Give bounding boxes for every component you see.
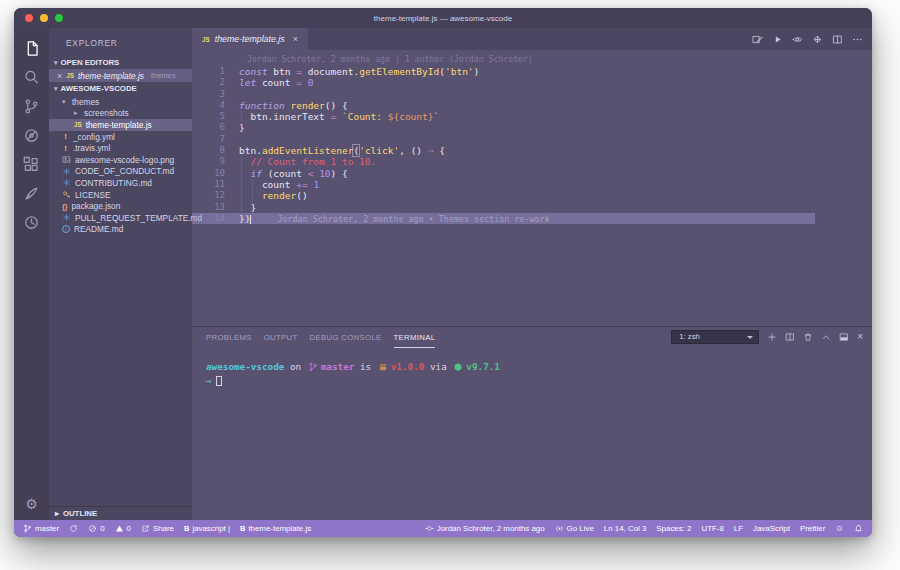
activity-bar-gitlens-icon[interactable] — [23, 185, 40, 202]
indent-guide — [241, 202, 242, 213]
tree-item-label: CONTRIBUTING.md — [75, 178, 152, 188]
line-number: 6 — [192, 122, 239, 133]
status-item-label: Jordan Schroter, 2 months ago — [437, 524, 545, 533]
code-editor[interactable]: Jordan Schroter, 2 months ago | 1 author… — [192, 50, 872, 326]
open-editors-section-header[interactable]: ▾ OPEN EDITORS — [49, 56, 192, 69]
split-editor-icon[interactable] — [832, 34, 843, 45]
extension-b-icon: B — [240, 524, 245, 533]
activity-bar-extensions-icon[interactable] — [23, 156, 40, 173]
status-item-javascript[interactable]: Bjavascript | — [184, 524, 230, 533]
tree-item-awesome-vscode-logo-png[interactable]: awesome-vscode-logo.png — [49, 154, 192, 166]
close-panel-icon[interactable]: × — [857, 332, 863, 342]
line-number: 10 — [192, 168, 239, 179]
activity-bar-search-icon[interactable] — [23, 69, 40, 86]
status-item-jordan-schroter-2-months-ago[interactable]: Jordan Schroter, 2 months ago — [425, 524, 545, 533]
activity-bar-source-control-icon[interactable] — [23, 98, 40, 115]
tree-item-pull-request-template-md[interactable]: PULL_REQUEST_TEMPLATE.md — [49, 212, 192, 224]
tree-item-package-json[interactable]: {}package.json — [49, 200, 192, 212]
split-terminal-icon[interactable] — [785, 332, 795, 342]
code-line-6[interactable]: 6} — [192, 122, 872, 133]
line-content: if (count < 10) { — [239, 168, 348, 179]
status-item-0[interactable]: 0 — [115, 524, 131, 533]
status-item-theme-template-js[interactable]: Btheme-template.js — [240, 524, 311, 533]
tree-item--config-yml[interactable]: !_config.yml — [49, 131, 192, 143]
indent-guide — [241, 190, 242, 201]
line-number: 12 — [192, 190, 239, 201]
status-item-go-live[interactable]: Go Live — [555, 524, 594, 533]
outline-section-header[interactable]: ▸ OUTLINE — [49, 506, 192, 520]
line-content: // Count from 1 to 10. — [239, 156, 376, 167]
terminal[interactable]: awesome-vscode on master is v1.0.0 via v… — [192, 348, 872, 388]
code-line-10[interactable]: 10 if (count < 10) { — [192, 168, 872, 179]
code-line-9[interactable]: 9 // Count from 1 to 10. — [192, 156, 872, 167]
code-line-8[interactable]: 8btn.addEventListener('click', () ⇒ { — [192, 145, 872, 156]
chevron-up-icon[interactable] — [821, 332, 831, 342]
status-item-sync[interactable] — [69, 524, 78, 533]
status-item-ln-14-col-3[interactable]: Ln 14, Col 3 — [604, 524, 647, 533]
code-line-13[interactable]: 13 } — [192, 202, 872, 213]
code-line-14[interactable]: 14})Jordan Schroter, 2 months ago • Them… — [192, 213, 872, 224]
tab-theme-template[interactable]: JS theme-template.js × — [192, 28, 308, 50]
zoom-window-button[interactable] — [55, 14, 63, 22]
settings-gear-icon[interactable]: ⚙ — [25, 497, 38, 511]
panel-tab-terminal[interactable]: TERMINAL — [394, 327, 436, 348]
activity-bar-explorer-icon[interactable] — [23, 40, 40, 57]
tree-item-themes[interactable]: ▾themes — [49, 96, 192, 108]
status-item-spaces-2[interactable]: Spaces: 2 — [656, 524, 691, 533]
tree-item-code-of-conduct-md[interactable]: CODE_OF_CONDUCT.md — [49, 166, 192, 178]
code-line-11[interactable]: 11 count += 1 — [192, 179, 872, 190]
status-item-label: Share — [153, 524, 174, 533]
code-line-12[interactable]: 12 render() — [192, 190, 872, 201]
tree-item-theme-template-js[interactable]: JStheme-template.js — [49, 119, 192, 131]
activity-bar-debug-icon[interactable] — [23, 127, 40, 144]
more-actions-icon[interactable] — [852, 34, 863, 45]
extension-b-icon: B — [184, 524, 189, 533]
tree-item--travis-yml[interactable]: !.travis.yml — [49, 142, 192, 154]
status-item-master[interactable]: master — [23, 524, 59, 533]
status-item-lf[interactable]: LF — [734, 524, 743, 533]
status-item-smiley[interactable]: ☺ — [835, 524, 844, 533]
activity-bar-history-icon[interactable] — [23, 214, 40, 231]
open-preview-icon[interactable] — [812, 34, 823, 45]
tree-item-readme-md[interactable]: iREADME.md — [49, 224, 192, 236]
code-line-4[interactable]: 4function render() { — [192, 100, 872, 111]
status-item-bell[interactable] — [854, 524, 863, 533]
status-item-0[interactable]: 0 — [88, 524, 104, 533]
close-editor-icon[interactable]: × — [57, 71, 62, 81]
status-item-label: javascript | — [192, 524, 230, 533]
code-line-1[interactable]: 1const btn = document.getElementById('bt… — [192, 66, 872, 77]
status-item-label: Spaces: 2 — [656, 524, 691, 533]
codelens-blame-header[interactable]: Jordan Schroter, 2 months ago | 1 author… — [247, 54, 872, 64]
terminal-select[interactable]: 1: zsh — [671, 330, 759, 344]
open-changes-icon[interactable] — [752, 34, 763, 45]
close-tab-icon[interactable]: × — [293, 34, 298, 44]
code-line-3[interactable]: 3 — [192, 89, 872, 100]
line-number: 14 — [192, 213, 239, 224]
kill-terminal-icon[interactable] — [803, 332, 813, 342]
prompt-arrow: → — [206, 374, 212, 388]
panel-tab-debug-console[interactable]: DEBUG CONSOLE — [310, 327, 382, 348]
tree-item-contributing-md[interactable]: CONTRIBUTING.md — [49, 177, 192, 189]
toggle-blame-icon[interactable] — [792, 34, 803, 45]
git-branch-icon — [23, 524, 32, 533]
panel-tab-problems[interactable]: PROBLEMS — [206, 327, 252, 348]
status-item-javascript[interactable]: JavaScript — [753, 524, 790, 533]
maximize-panel-icon[interactable] — [839, 332, 849, 342]
panel-tab-output[interactable]: OUTPUT — [264, 327, 298, 348]
status-item-utf-8[interactable]: UTF-8 — [701, 524, 723, 533]
code-line-2[interactable]: 2let count = 0 — [192, 77, 872, 88]
tree-item-screenshots[interactable]: ▸screenshots — [49, 108, 192, 120]
open-editor-item[interactable]: ×JStheme-template.jsthemes — [49, 69, 192, 82]
code-line-5[interactable]: 5 btn.innerText = `Count: ${count}` — [192, 111, 872, 122]
project-section-header[interactable]: ▾ AWESOME-VSCODE — [49, 82, 192, 95]
status-item-prettier[interactable]: Prettier — [800, 524, 825, 533]
add-terminal-icon[interactable] — [767, 332, 777, 342]
close-window-button[interactable] — [25, 14, 33, 22]
run-icon[interactable] — [772, 34, 783, 45]
markdown-file-icon — [62, 178, 71, 187]
code-line-7[interactable]: 7 — [192, 134, 872, 145]
status-item-share[interactable]: Share — [141, 524, 174, 533]
tree-item-license[interactable]: LICENSE — [49, 189, 192, 201]
minimize-window-button[interactable] — [40, 14, 48, 22]
line-number: 2 — [192, 77, 239, 88]
